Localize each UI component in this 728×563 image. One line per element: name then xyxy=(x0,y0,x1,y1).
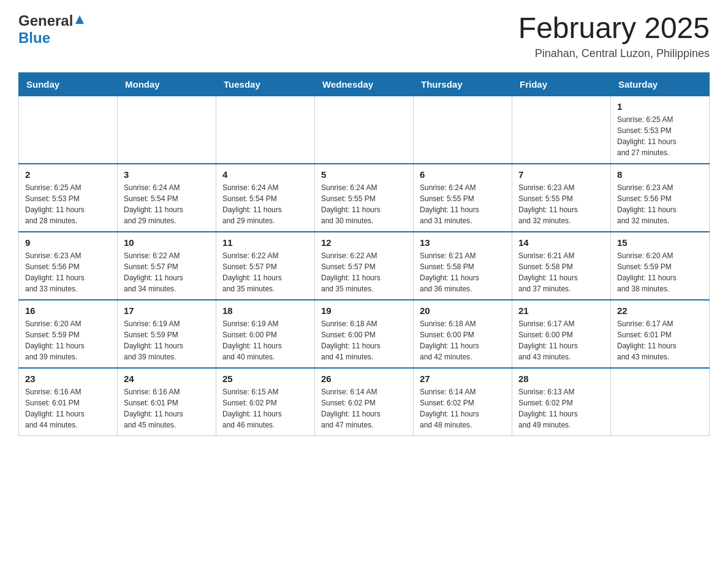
calendar-day-cell xyxy=(414,96,512,164)
month-title: February 2025 xyxy=(518,12,710,45)
day-info: Sunrise: 6:23 AM Sunset: 5:56 PM Dayligh… xyxy=(25,250,111,294)
calendar-day-cell xyxy=(216,96,315,164)
day-info: Sunrise: 6:18 AM Sunset: 6:00 PM Dayligh… xyxy=(321,318,407,362)
calendar-day-cell: 2Sunrise: 6:25 AM Sunset: 5:53 PM Daylig… xyxy=(19,164,118,232)
logo-triangle-icon xyxy=(74,14,85,28)
day-number: 24 xyxy=(124,373,210,384)
calendar-week-row: 1Sunrise: 6:25 AM Sunset: 5:53 PM Daylig… xyxy=(19,96,710,164)
logo: General Blue xyxy=(18,12,85,47)
day-info: Sunrise: 6:19 AM Sunset: 6:00 PM Dayligh… xyxy=(222,318,308,362)
day-info: Sunrise: 6:13 AM Sunset: 6:02 PM Dayligh… xyxy=(518,386,604,431)
weekday-header-sunday: Sunday xyxy=(19,72,118,96)
day-number: 15 xyxy=(617,237,703,248)
calendar-day-cell: 15Sunrise: 6:20 AM Sunset: 5:59 PM Dayli… xyxy=(611,232,710,300)
day-number: 7 xyxy=(518,169,604,180)
calendar-day-cell: 12Sunrise: 6:22 AM Sunset: 5:57 PM Dayli… xyxy=(315,232,414,300)
weekday-header-monday: Monday xyxy=(118,72,216,96)
calendar-header: SundayMondayTuesdayWednesdayThursdayFrid… xyxy=(19,72,710,96)
day-number: 25 xyxy=(222,373,308,384)
calendar-day-cell: 22Sunrise: 6:17 AM Sunset: 6:01 PM Dayli… xyxy=(611,300,710,368)
day-info: Sunrise: 6:18 AM Sunset: 6:00 PM Dayligh… xyxy=(420,318,506,362)
calendar-day-cell: 10Sunrise: 6:22 AM Sunset: 5:57 PM Dayli… xyxy=(118,232,216,300)
calendar-day-cell: 28Sunrise: 6:13 AM Sunset: 6:02 PM Dayli… xyxy=(512,368,611,436)
day-info: Sunrise: 6:24 AM Sunset: 5:55 PM Dayligh… xyxy=(420,182,506,226)
day-info: Sunrise: 6:16 AM Sunset: 6:01 PM Dayligh… xyxy=(25,386,111,431)
day-number: 13 xyxy=(420,237,506,248)
weekday-header-row: SundayMondayTuesdayWednesdayThursdayFrid… xyxy=(19,72,710,96)
day-number: 5 xyxy=(321,169,407,180)
title-area: February 2025 Pinahan, Central Luzon, Ph… xyxy=(518,12,710,60)
calendar-week-row: 2Sunrise: 6:25 AM Sunset: 5:53 PM Daylig… xyxy=(19,164,710,232)
calendar-day-cell xyxy=(315,96,414,164)
page-header: General Blue February 2025 Pinahan, Cent… xyxy=(18,12,710,60)
day-number: 26 xyxy=(321,373,407,384)
day-number: 20 xyxy=(420,305,506,316)
calendar-week-row: 9Sunrise: 6:23 AM Sunset: 5:56 PM Daylig… xyxy=(19,232,710,300)
day-info: Sunrise: 6:15 AM Sunset: 6:02 PM Dayligh… xyxy=(222,386,308,431)
calendar-day-cell: 4Sunrise: 6:24 AM Sunset: 5:54 PM Daylig… xyxy=(216,164,315,232)
day-info: Sunrise: 6:17 AM Sunset: 6:00 PM Dayligh… xyxy=(518,318,604,362)
day-number: 21 xyxy=(518,305,604,316)
day-info: Sunrise: 6:20 AM Sunset: 5:59 PM Dayligh… xyxy=(617,250,703,294)
day-number: 4 xyxy=(222,169,308,180)
day-info: Sunrise: 6:21 AM Sunset: 5:58 PM Dayligh… xyxy=(518,250,604,294)
day-number: 12 xyxy=(321,237,407,248)
day-info: Sunrise: 6:17 AM Sunset: 6:01 PM Dayligh… xyxy=(617,318,703,362)
weekday-header-thursday: Thursday xyxy=(414,72,512,96)
calendar-day-cell xyxy=(19,96,118,164)
weekday-header-saturday: Saturday xyxy=(611,72,710,96)
calendar-day-cell xyxy=(611,368,710,436)
day-number: 28 xyxy=(518,373,604,384)
calendar-day-cell: 19Sunrise: 6:18 AM Sunset: 6:00 PM Dayli… xyxy=(315,300,414,368)
day-info: Sunrise: 6:23 AM Sunset: 5:55 PM Dayligh… xyxy=(518,182,604,226)
day-number: 22 xyxy=(617,305,703,316)
calendar-day-cell: 5Sunrise: 6:24 AM Sunset: 5:55 PM Daylig… xyxy=(315,164,414,232)
day-number: 19 xyxy=(321,305,407,316)
weekday-header-wednesday: Wednesday xyxy=(315,72,414,96)
calendar-day-cell: 26Sunrise: 6:14 AM Sunset: 6:02 PM Dayli… xyxy=(315,368,414,436)
calendar-day-cell: 23Sunrise: 6:16 AM Sunset: 6:01 PM Dayli… xyxy=(19,368,118,436)
day-number: 17 xyxy=(124,305,210,316)
day-info: Sunrise: 6:25 AM Sunset: 5:53 PM Dayligh… xyxy=(617,114,703,158)
day-info: Sunrise: 6:22 AM Sunset: 5:57 PM Dayligh… xyxy=(321,250,407,294)
calendar-day-cell: 7Sunrise: 6:23 AM Sunset: 5:55 PM Daylig… xyxy=(512,164,611,232)
day-number: 23 xyxy=(25,373,111,384)
calendar-week-row: 23Sunrise: 6:16 AM Sunset: 6:01 PM Dayli… xyxy=(19,368,710,436)
location-subtitle: Pinahan, Central Luzon, Philippines xyxy=(518,47,710,60)
weekday-header-tuesday: Tuesday xyxy=(216,72,315,96)
day-number: 16 xyxy=(25,305,111,316)
logo-blue-text: Blue xyxy=(18,29,50,46)
day-number: 9 xyxy=(25,237,111,248)
day-number: 8 xyxy=(617,169,703,180)
day-number: 18 xyxy=(222,305,308,316)
day-info: Sunrise: 6:22 AM Sunset: 5:57 PM Dayligh… xyxy=(222,250,308,294)
calendar-day-cell xyxy=(512,96,611,164)
calendar-day-cell: 25Sunrise: 6:15 AM Sunset: 6:02 PM Dayli… xyxy=(216,368,315,436)
calendar-day-cell: 9Sunrise: 6:23 AM Sunset: 5:56 PM Daylig… xyxy=(19,232,118,300)
calendar-day-cell: 17Sunrise: 6:19 AM Sunset: 5:59 PM Dayli… xyxy=(118,300,216,368)
calendar-day-cell xyxy=(118,96,216,164)
svg-marker-0 xyxy=(75,15,84,24)
day-info: Sunrise: 6:14 AM Sunset: 6:02 PM Dayligh… xyxy=(321,386,407,431)
calendar-day-cell: 14Sunrise: 6:21 AM Sunset: 5:58 PM Dayli… xyxy=(512,232,611,300)
day-info: Sunrise: 6:24 AM Sunset: 5:54 PM Dayligh… xyxy=(222,182,308,226)
day-number: 6 xyxy=(420,169,506,180)
calendar-day-cell: 13Sunrise: 6:21 AM Sunset: 5:58 PM Dayli… xyxy=(414,232,512,300)
calendar-day-cell: 21Sunrise: 6:17 AM Sunset: 6:00 PM Dayli… xyxy=(512,300,611,368)
day-info: Sunrise: 6:21 AM Sunset: 5:58 PM Dayligh… xyxy=(420,250,506,294)
calendar-day-cell: 20Sunrise: 6:18 AM Sunset: 6:00 PM Dayli… xyxy=(414,300,512,368)
calendar-day-cell: 1Sunrise: 6:25 AM Sunset: 5:53 PM Daylig… xyxy=(611,96,710,164)
calendar-day-cell: 8Sunrise: 6:23 AM Sunset: 5:56 PM Daylig… xyxy=(611,164,710,232)
day-number: 27 xyxy=(420,373,506,384)
calendar-day-cell: 16Sunrise: 6:20 AM Sunset: 5:59 PM Dayli… xyxy=(19,300,118,368)
day-number: 11 xyxy=(222,237,308,248)
day-info: Sunrise: 6:16 AM Sunset: 6:01 PM Dayligh… xyxy=(124,386,210,431)
day-number: 1 xyxy=(617,101,703,112)
day-number: 3 xyxy=(124,169,210,180)
day-number: 10 xyxy=(124,237,210,248)
day-info: Sunrise: 6:24 AM Sunset: 5:55 PM Dayligh… xyxy=(321,182,407,226)
weekday-header-friday: Friday xyxy=(512,72,611,96)
calendar-week-row: 16Sunrise: 6:20 AM Sunset: 5:59 PM Dayli… xyxy=(19,300,710,368)
calendar-day-cell: 18Sunrise: 6:19 AM Sunset: 6:00 PM Dayli… xyxy=(216,300,315,368)
logo-general-text: General xyxy=(18,12,73,29)
